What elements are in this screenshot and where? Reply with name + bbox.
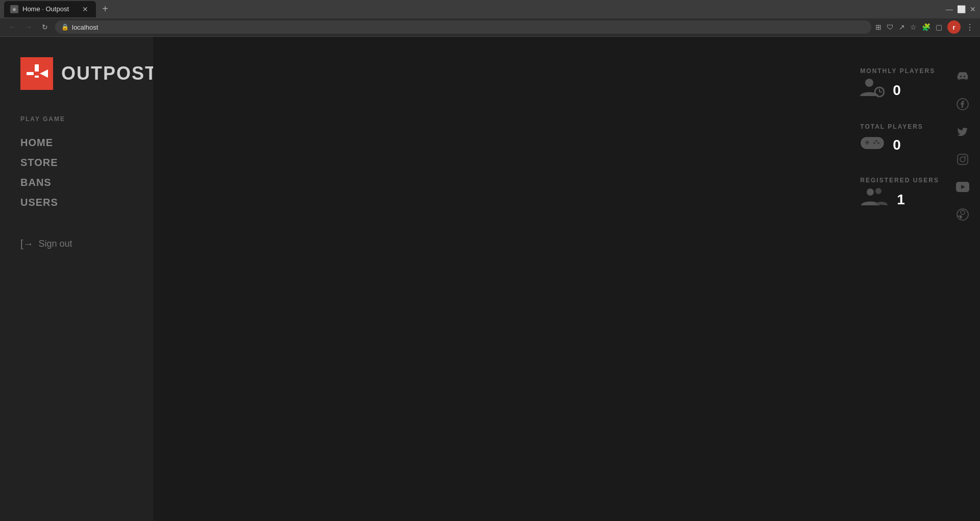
total-players-stat: TOTAL PLAYERS 0 — [860, 123, 939, 156]
svg-point-18 — [960, 157, 965, 162]
nav-bans[interactable]: BANS — [20, 173, 133, 193]
svg-point-11 — [875, 140, 877, 142]
signout-icon: [→ — [20, 238, 34, 250]
forward-button[interactable]: → — [22, 21, 35, 33]
browser-chrome: ◉ Home · Outpost ✕ + — ⬜ ✕ ← → ↻ 🔒 local… — [0, 0, 980, 37]
signout-label: Sign out — [39, 239, 72, 249]
monthly-players-value: 0 — [893, 82, 901, 99]
share-icon[interactable]: ↗ — [899, 23, 905, 31]
tab-close-button[interactable]: ✕ — [81, 5, 90, 14]
main-content: MONTHLY PLAYERS 0 — [153, 37, 980, 521]
nav-home[interactable]: HOME — [20, 133, 133, 153]
signout-button[interactable]: [→ Sign out — [20, 238, 133, 250]
shield-icon[interactable]: 🛡 — [887, 23, 894, 31]
tab-bar-maximize[interactable]: ⬜ — [957, 5, 966, 13]
reload-button[interactable]: ↻ — [39, 21, 51, 33]
svg-point-19 — [965, 156, 966, 157]
svg-rect-1 — [35, 76, 39, 78]
registered-users-stat: REGISTERED USERS 1 — [860, 177, 939, 212]
logo-text: OUTPOST — [61, 63, 157, 84]
url-bar[interactable]: 🔒 localhost — [55, 20, 871, 34]
address-bar: ← → ↻ 🔒 localhost ⊞ 🛡 ↗ ☆ 🧩 ▢ r ⋮ — [0, 18, 980, 37]
twitter-icon[interactable] — [953, 123, 972, 141]
tab-title: Home · Outpost — [22, 5, 69, 13]
monthly-players-stat: MONTHLY PLAYERS 0 — [860, 67, 939, 103]
registered-users-value: 1 — [897, 192, 905, 208]
back-button[interactable]: ← — [6, 21, 18, 33]
svg-marker-2 — [40, 69, 48, 78]
tab-bar-controls: — ⬜ ✕ — [946, 5, 976, 13]
app-container: V OUTPOST PLAY GAME HOME — [0, 37, 980, 521]
nav-store[interactable]: STORE — [20, 153, 133, 173]
registered-users-label: REGISTERED USERS — [860, 177, 939, 184]
monthly-players-row: 0 — [860, 78, 901, 103]
social-panel — [953, 67, 972, 224]
sidebar: OUTPOST PLAY GAME HOME STORE BANS USERS … — [0, 37, 153, 521]
total-players-label: TOTAL PLAYERS — [860, 123, 923, 130]
active-tab[interactable]: ◉ Home · Outpost ✕ — [4, 1, 96, 17]
new-tab-button[interactable]: + — [98, 2, 112, 16]
svg-rect-17 — [958, 154, 968, 164]
svg-point-23 — [961, 210, 965, 215]
svg-point-14 — [867, 188, 874, 196]
svg-point-15 — [875, 188, 881, 194]
steam-icon[interactable] — [953, 205, 972, 224]
youtube-icon[interactable] — [953, 178, 972, 196]
total-players-icon — [860, 133, 885, 156]
registered-users-icon — [860, 187, 889, 212]
split-view-icon[interactable]: ▢ — [936, 23, 942, 31]
tab-bar-close[interactable]: ✕ — [970, 5, 976, 13]
svg-point-12 — [877, 142, 879, 144]
logo-icon — [20, 57, 53, 90]
lock-icon: 🔒 — [61, 23, 69, 31]
svg-point-4 — [865, 79, 873, 87]
svg-rect-3 — [27, 72, 34, 75]
facebook-icon[interactable] — [953, 95, 972, 113]
translate-icon[interactable]: ⊞ — [875, 23, 881, 31]
svg-point-13 — [873, 142, 875, 144]
nav-users[interactable]: USERS — [20, 193, 133, 212]
profile-avatar[interactable]: r — [947, 20, 961, 34]
monthly-players-label: MONTHLY PLAYERS — [860, 67, 935, 75]
tab-bar: ◉ Home · Outpost ✕ + — ⬜ ✕ — [0, 0, 980, 18]
logo-svg — [26, 62, 48, 85]
puzzle-icon[interactable]: 🧩 — [922, 23, 930, 31]
svg-point-24 — [960, 216, 962, 218]
url-text: localhost — [72, 23, 98, 31]
instagram-icon[interactable] — [953, 150, 972, 169]
stats-panel: MONTHLY PLAYERS 0 — [860, 67, 939, 212]
registered-users-row: 1 — [860, 187, 905, 212]
monthly-players-icon — [860, 78, 885, 103]
svg-rect-8 — [861, 137, 884, 149]
address-bar-right: ⊞ 🛡 ↗ ☆ 🧩 ▢ r ⋮ — [875, 20, 974, 34]
svg-rect-0 — [35, 64, 39, 72]
tab-bar-minimize[interactable]: — — [946, 5, 953, 13]
nav-links: HOME STORE BANS USERS — [20, 133, 133, 212]
logo-area: OUTPOST — [20, 57, 133, 90]
tab-favicon: ◉ — [10, 5, 18, 13]
bookmark-icon[interactable]: ☆ — [910, 23, 917, 31]
browser-menu-button[interactable]: ⋮ — [966, 22, 974, 32]
total-players-row: 0 — [860, 133, 901, 156]
discord-icon[interactable] — [953, 67, 972, 86]
total-players-value: 0 — [893, 137, 901, 153]
section-label: PLAY GAME — [20, 115, 133, 123]
